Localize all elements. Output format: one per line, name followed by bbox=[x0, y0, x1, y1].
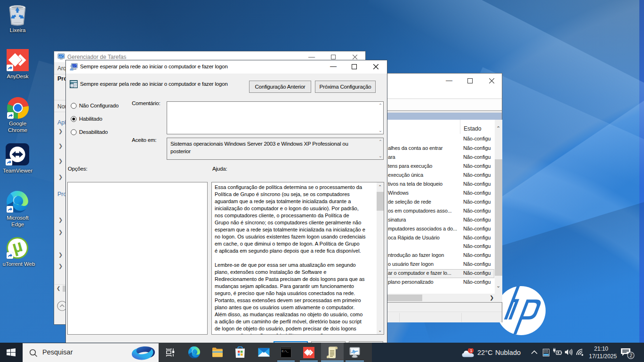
svg-text:C:\_: C:\_ bbox=[282, 350, 289, 353]
svg-text:2: 2 bbox=[630, 353, 633, 358]
svg-text:1: 1 bbox=[470, 348, 472, 353]
